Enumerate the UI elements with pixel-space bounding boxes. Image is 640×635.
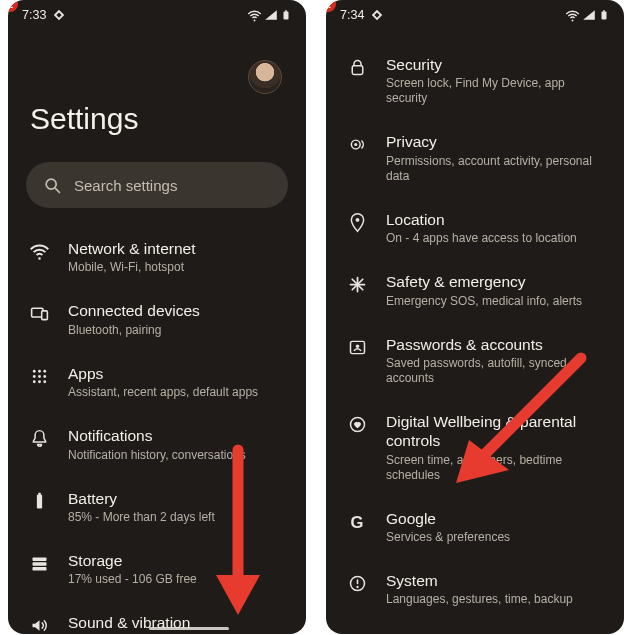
settings-row-connected-devices[interactable]: Connected devicesBluetooth, pairing (26, 288, 288, 350)
settings-row-battery[interactable]: Battery85% - More than 2 days left (26, 476, 288, 538)
row-subtitle: 17% used - 106 GB free (68, 572, 286, 587)
settings-row-digital-wellbeing-parental-controls[interactable]: Digital Wellbeing & parental controlsScr… (344, 399, 606, 496)
settings-row-network-internet[interactable]: Network & internetMobile, Wi-Fi, hotspot (26, 226, 288, 288)
google-icon (346, 509, 368, 532)
status-bar: 7:33 (8, 0, 306, 26)
apps-icon (28, 364, 50, 387)
battery-status-icon (598, 8, 610, 22)
row-title: Passwords & accounts (386, 335, 604, 354)
row-subtitle: Mobile, Wi-Fi, hotspot (68, 260, 286, 275)
search-settings-field[interactable]: Search settings (26, 162, 288, 208)
row-title: Location (386, 210, 604, 229)
nearby-share-icon (370, 8, 384, 22)
system-icon (346, 571, 368, 594)
row-title: Notifications (68, 426, 286, 445)
settings-list: Network & internetMobile, Wi-Fi, hotspot… (26, 226, 288, 634)
row-title: Safety & emergency (386, 272, 604, 291)
passwords-icon (346, 335, 368, 358)
row-subtitle: Notification history, conversations (68, 448, 286, 463)
row-subtitle: Saved passwords, autofill, synced accoun… (386, 356, 604, 386)
settings-row-security[interactable]: SecurityScreen lock, Find My Device, app… (344, 42, 606, 119)
status-bar: 7:34 (326, 0, 624, 26)
settings-row-privacy[interactable]: PrivacyPermissions, account activity, pe… (344, 119, 606, 196)
row-title: Storage (68, 551, 286, 570)
row-subtitle: Screen time, app timers, bedtime schedul… (386, 453, 604, 483)
screenshot-2: 2 7:34 SecurityScreen lock, Find My Devi… (326, 0, 624, 634)
nearby-share-icon (52, 8, 66, 22)
status-time: 7:33 (22, 8, 46, 22)
lock-icon (346, 55, 368, 78)
row-title: Security (386, 55, 604, 74)
row-subtitle: Services & preferences (386, 530, 604, 545)
row-subtitle: Permissions, account activity, personal … (386, 154, 604, 184)
row-title: Apps (68, 364, 286, 383)
screenshot-1: 1 7:33 Settings Search settings Network … (8, 0, 306, 634)
row-title: Network & internet (68, 239, 286, 258)
wifi-status-icon (565, 8, 580, 23)
row-title: Privacy (386, 132, 604, 151)
emergency-icon (346, 272, 368, 295)
battery-icon (28, 489, 50, 512)
row-subtitle: Emergency SOS, medical info, alerts (386, 294, 604, 309)
wifi-status-icon (247, 8, 262, 23)
settings-row-google[interactable]: GoogleServices & preferences (344, 496, 606, 558)
row-title: Battery (68, 489, 286, 508)
row-title: Connected devices (68, 301, 286, 320)
row-title: Digital Wellbeing & parental controls (386, 412, 604, 451)
row-subtitle: Bluetooth, pairing (68, 323, 286, 338)
row-title: System (386, 571, 604, 590)
volume-icon (28, 613, 50, 634)
search-placeholder: Search settings (74, 177, 177, 194)
profile-avatar[interactable] (248, 60, 282, 94)
devices-icon (28, 301, 50, 324)
row-subtitle: On - 4 apps have access to location (386, 231, 604, 246)
row-subtitle: Screen lock, Find My Device, app securit… (386, 76, 604, 106)
settings-row-passwords-accounts[interactable]: Passwords & accountsSaved passwords, aut… (344, 322, 606, 399)
cell-signal-icon (264, 8, 278, 22)
phone-icon (346, 633, 368, 634)
battery-status-icon (280, 8, 292, 22)
search-icon (42, 175, 62, 195)
row-title: Google (386, 509, 604, 528)
settings-row-safety-emergency[interactable]: Safety & emergencyEmergency SOS, medical… (344, 259, 606, 321)
storage-icon (28, 551, 50, 574)
row-subtitle: 85% - More than 2 days left (68, 510, 286, 525)
row-title: About phone (386, 633, 604, 634)
bell-icon (28, 426, 50, 449)
cell-signal-icon (582, 8, 596, 22)
settings-row-notifications[interactable]: NotificationsNotification history, conve… (26, 413, 288, 475)
gesture-nav-bar (149, 627, 229, 630)
settings-row-about-phone[interactable]: About phoneDilum's Pixel (344, 620, 606, 634)
settings-list: SecurityScreen lock, Find My Device, app… (344, 42, 606, 634)
privacy-icon (346, 132, 368, 155)
row-subtitle: Assistant, recent apps, default apps (68, 385, 286, 400)
wellbeing-icon (346, 412, 368, 435)
settings-row-storage[interactable]: Storage17% used - 106 GB free (26, 538, 288, 600)
location-icon (346, 210, 368, 233)
settings-row-apps[interactable]: AppsAssistant, recent apps, default apps (26, 351, 288, 413)
row-subtitle: Languages, gestures, time, backup (386, 592, 604, 607)
page-title: Settings (26, 94, 288, 162)
wifi-icon (28, 239, 50, 262)
status-time: 7:34 (340, 8, 364, 22)
settings-row-system[interactable]: SystemLanguages, gestures, time, backup (344, 558, 606, 620)
settings-row-location[interactable]: LocationOn - 4 apps have access to locat… (344, 197, 606, 259)
